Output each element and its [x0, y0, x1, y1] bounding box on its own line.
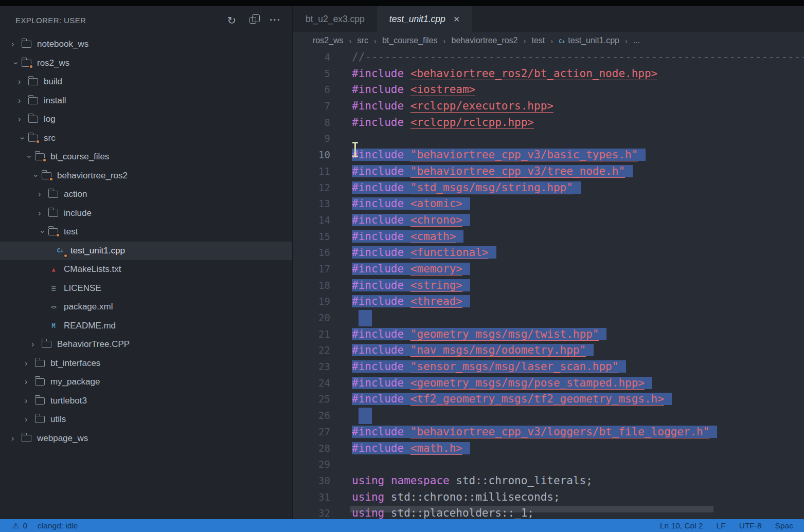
line-number[interactable]: 5 [293, 66, 330, 82]
tree-item-include[interactable]: ›include [0, 204, 292, 223]
status-item-lf[interactable]: LF [717, 521, 726, 530]
tree-item-webpage_ws[interactable]: ›webpage_ws [0, 429, 292, 448]
code-line-15[interactable]: 15#include <cmath> [293, 229, 804, 245]
code-line-29[interactable]: 29 [293, 456, 804, 473]
breadcrumb-item-test_unit1.cpp[interactable]: C+test_unit1.cpp [559, 36, 619, 45]
tree-item-install[interactable]: ›install [0, 91, 292, 111]
status-item-ln-10-col-2[interactable]: Ln 10, Col 2 [660, 521, 703, 530]
code-editor[interactable]: 4//-------------------------------------… [293, 49, 804, 519]
tree-item-src[interactable]: ›src [0, 129, 292, 148]
code-line-18[interactable]: 18#include <string> [293, 278, 804, 294]
tree-item-action[interactable]: ›action [0, 185, 292, 204]
code-line-19[interactable]: 19#include <thread> [293, 293, 804, 310]
code-line-4[interactable]: 4//-------------------------------------… [293, 49, 804, 66]
tree-item-bt_interfaces[interactable]: ›bt_interfaces [0, 354, 292, 373]
tab-bt_u2_ex3.cpp[interactable]: bt_u2_ex3.cpp [293, 6, 377, 32]
code-line-22[interactable]: 22#include "nav_msgs/msg/odometry.hpp" [293, 342, 804, 359]
line-number[interactable]: 14 [293, 212, 330, 229]
line-number[interactable]: 7 [293, 98, 330, 115]
line-number[interactable]: 20 [293, 310, 330, 326]
status-item-0[interactable]: ⚠0 [12, 521, 27, 530]
code-line-25[interactable]: 25#include <tf2_geometry_msgs/tf2_geomet… [293, 391, 804, 408]
tree-item-BehaviorTree.CPP[interactable]: ›BehaviorTree.CPP [0, 335, 292, 354]
tree-item-bt_course_files[interactable]: ›bt_course_files [0, 148, 292, 167]
line-number[interactable]: 30 [293, 473, 330, 489]
tree-item-test_unit1.cpp[interactable]: C+test_unit1.cpp [0, 242, 292, 261]
code-line-31[interactable]: 31using std::chrono::milliseconds; [293, 489, 804, 506]
line-number[interactable]: 22 [293, 342, 330, 359]
line-number[interactable]: 18 [293, 278, 330, 294]
code-line-9[interactable]: 9 [293, 131, 804, 147]
tree-item-utils[interactable]: ›utils [0, 410, 292, 429]
tab-test_unit1.cpp[interactable]: test_unit1.cpp× [377, 6, 472, 32]
line-number[interactable]: 10 [293, 147, 330, 163]
tree-item-package.xml[interactable]: <>package.xml [0, 298, 292, 317]
code-line-21[interactable]: 21#include "geometry_msgs/msg/twist.hpp" [293, 326, 804, 343]
line-number[interactable]: 8 [293, 115, 330, 131]
breadcrumb-item-behaviortree_ros2[interactable]: behaviortree_ros2 [452, 36, 518, 45]
code-line-20[interactable]: 20 [293, 310, 804, 326]
code-line-13[interactable]: 13#include <atomic> [293, 196, 804, 212]
tree-item-log[interactable]: ›log [0, 110, 292, 129]
tree-item-CMakeLists.txt[interactable]: ▲CMakeLists.txt [0, 260, 292, 279]
line-number[interactable]: 17 [293, 261, 330, 278]
line-number[interactable]: 29 [293, 456, 330, 473]
line-number[interactable]: 28 [293, 441, 330, 457]
refresh-icon[interactable]: ↻ [227, 15, 236, 26]
close-icon[interactable]: × [454, 14, 460, 24]
code-line-10[interactable]: 10#include "behaviortree_cpp_v3/basic_ty… [293, 147, 804, 163]
breadcrumb-item-test[interactable]: test [532, 36, 545, 45]
tree-item-my_package[interactable]: ›my_package [0, 373, 292, 392]
breadcrumb-item-...[interactable]: ... [633, 36, 640, 45]
line-number[interactable]: 24 [293, 375, 330, 392]
tree-item-LICENSE[interactable]: ≡LICENSE [0, 279, 292, 298]
code-line-28[interactable]: 28#include <math.h> [293, 441, 804, 457]
new-window-icon[interactable] [249, 17, 256, 24]
tree-item-behaviortree_ros2[interactable]: ›behaviortree_ros2 [0, 167, 292, 186]
code-line-11[interactable]: 11#include "behaviortree_cpp_v3/tree_nod… [293, 163, 804, 180]
tree-item-test[interactable]: ›test [0, 223, 292, 242]
code-line-27[interactable]: 27#include "behaviortree_cpp_v3/loggers/… [293, 424, 804, 441]
code-line-6[interactable]: 6#include <iostream> [293, 82, 804, 98]
status-item-spac[interactable]: Spac [775, 521, 793, 530]
line-number[interactable]: 23 [293, 359, 330, 375]
code-line-30[interactable]: 30using namespace std::chrono_literals; [293, 473, 804, 489]
code-line-12[interactable]: 12#include "std_msgs/msg/string.hpp" [293, 180, 804, 196]
breadcrumb-item-src[interactable]: src [358, 36, 368, 45]
line-number[interactable]: 12 [293, 180, 330, 196]
code-line-23[interactable]: 23#include "sensor_msgs/msg/laser_scan.h… [293, 359, 804, 375]
tree-item-notebook_ws[interactable]: ›notebook_ws [0, 35, 292, 54]
line-number[interactable]: 21 [293, 326, 330, 343]
line-number[interactable]: 16 [293, 245, 330, 261]
tree-item-build[interactable]: ›build [0, 72, 292, 91]
line-number[interactable]: 11 [293, 163, 330, 180]
breadcrumb-item-bt_course_files[interactable]: bt_course_files [382, 36, 438, 45]
breadcrumb-item-ros2_ws[interactable]: ros2_ws [313, 36, 344, 45]
line-number[interactable]: 13 [293, 196, 330, 212]
line-number[interactable]: 6 [293, 82, 330, 98]
line-number[interactable]: 4 [293, 49, 330, 66]
status-item-utf-8[interactable]: UTF-8 [739, 521, 762, 530]
line-number[interactable]: 15 [293, 229, 330, 245]
tree-item-turtlebot3[interactable]: ›turtlebot3 [0, 392, 292, 411]
line-number[interactable]: 27 [293, 424, 330, 441]
more-actions-icon[interactable]: ··· [270, 14, 281, 26]
line-number[interactable]: 19 [293, 293, 330, 310]
line-number[interactable]: 25 [293, 391, 330, 408]
code-line-14[interactable]: 14#include <chrono> [293, 212, 804, 229]
line-number[interactable]: 32 [293, 505, 330, 519]
code-line-5[interactable]: 5#include <behaviortree_ros2/bt_action_n… [293, 66, 804, 82]
horizontal-scrollbar[interactable] [350, 506, 713, 512]
line-number[interactable]: 31 [293, 489, 330, 506]
tree-item-ros2_ws[interactable]: ›ros2_ws [0, 54, 292, 73]
code-line-7[interactable]: 7#include <rclcpp/executors.hpp> [293, 98, 804, 115]
code-line-16[interactable]: 16#include <functional> [293, 245, 804, 261]
code-line-24[interactable]: 24#include <geometry_msgs/msg/pose_stamp… [293, 375, 804, 392]
status-item-clangd-idle[interactable]: clangd: idle [38, 521, 78, 530]
tree-item-README.md[interactable]: MREADME.md [0, 317, 292, 336]
code-line-26[interactable]: 26 [293, 408, 804, 424]
code-line-8[interactable]: 8#include <rclcpp/rclcpp.hpp> [293, 115, 804, 131]
code-line-17[interactable]: 17#include <memory> [293, 261, 804, 278]
line-number[interactable]: 26 [293, 408, 330, 424]
line-number[interactable]: 9 [293, 131, 330, 147]
